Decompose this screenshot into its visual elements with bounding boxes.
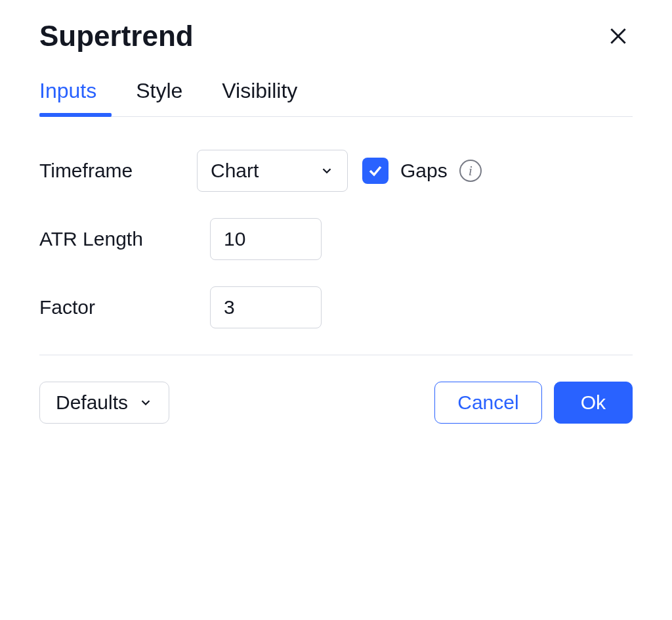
dialog-header: Supertrend xyxy=(39,20,633,53)
form-inputs: Timeframe Chart Gaps i ATR Length Factor xyxy=(39,117,633,355)
gaps-label: Gaps xyxy=(400,160,448,182)
tab-inputs[interactable]: Inputs xyxy=(39,79,96,116)
tab-bar: Inputs Style Visibility xyxy=(39,79,633,117)
factor-label: Factor xyxy=(39,296,210,319)
defaults-label: Defaults xyxy=(56,391,128,414)
factor-input[interactable] xyxy=(210,286,322,328)
chevron-down-icon xyxy=(138,395,153,410)
row-atr-length: ATR Length xyxy=(39,218,633,260)
check-icon xyxy=(368,163,383,179)
timeframe-select[interactable]: Chart xyxy=(197,150,348,192)
cancel-button[interactable]: Cancel xyxy=(434,382,541,424)
timeframe-value: Chart xyxy=(211,160,259,182)
row-timeframe: Timeframe Chart Gaps i xyxy=(39,150,633,192)
timeframe-label: Timeframe xyxy=(39,160,197,182)
defaults-button[interactable]: Defaults xyxy=(39,382,169,424)
atr-length-input[interactable] xyxy=(210,218,322,260)
ok-button[interactable]: Ok xyxy=(554,382,633,424)
atr-length-label: ATR Length xyxy=(39,228,210,250)
chevron-down-icon xyxy=(320,164,334,178)
close-icon xyxy=(608,26,629,47)
tab-visibility[interactable]: Visibility xyxy=(222,79,297,116)
dialog-footer: Defaults Cancel Ok xyxy=(39,355,633,424)
footer-actions: Cancel Ok xyxy=(434,382,633,424)
close-button[interactable] xyxy=(604,22,633,51)
gaps-info-icon[interactable]: i xyxy=(459,160,482,182)
row-factor: Factor xyxy=(39,286,633,328)
tab-style[interactable]: Style xyxy=(136,79,182,116)
gaps-checkbox[interactable] xyxy=(362,158,388,184)
dialog-title: Supertrend xyxy=(39,20,194,53)
